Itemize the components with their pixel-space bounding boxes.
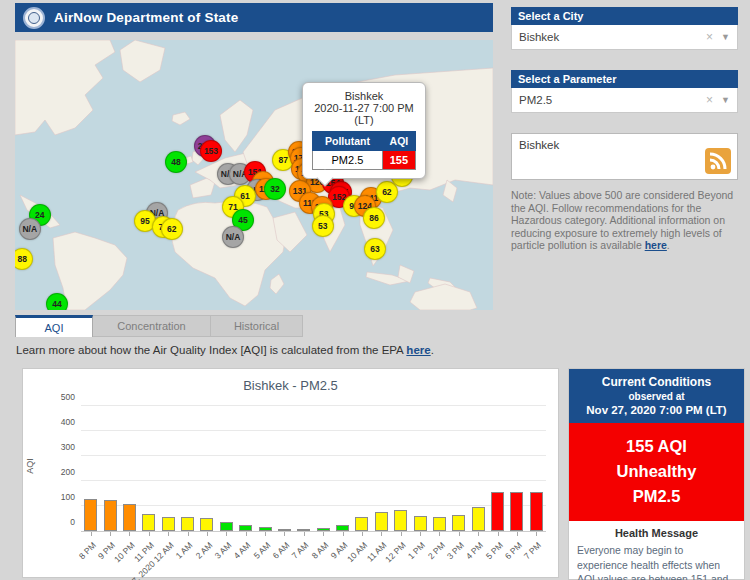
chart-bar[interactable] [123, 504, 136, 531]
conditions-aqi-value: 155 AQI [573, 434, 740, 459]
y-tick-label: 300 [61, 442, 75, 452]
x-tick [323, 532, 324, 536]
chart-bar[interactable] [452, 515, 465, 531]
x-tick [304, 532, 305, 536]
health-message-title: Health Message [577, 527, 736, 539]
chart-bar[interactable] [239, 525, 252, 531]
chart-bar[interactable] [414, 516, 427, 531]
tab-concentration[interactable]: Concentration [93, 315, 211, 337]
y-tick-label: 100 [61, 492, 75, 502]
chart-bar[interactable] [375, 512, 388, 531]
city-select[interactable]: Bishkek × ▼ [511, 25, 738, 50]
map-marker-aqi[interactable]: 32 [264, 178, 286, 200]
app-title: AirNow Department of State [54, 10, 238, 25]
chart-bar[interactable] [142, 514, 155, 531]
gridline [81, 405, 546, 406]
chart-bar[interactable] [472, 507, 485, 532]
health-message-text: Everyone may begin to experience health … [577, 544, 736, 580]
map-marker-aqi[interactable]: 63 [364, 238, 386, 260]
clear-icon[interactable]: × [706, 30, 713, 44]
chart-bar[interactable] [530, 492, 543, 531]
map-marker-aqi[interactable]: 44 [46, 293, 68, 310]
bars-container [81, 407, 546, 531]
y-tick-label: 400 [61, 417, 75, 427]
tooltip-col-aqi: AQI [382, 132, 415, 151]
conditions-title: Current Conditions [573, 375, 740, 389]
x-tick [381, 532, 382, 536]
chevron-down-icon[interactable]: ▼ [721, 32, 730, 42]
map-marker-na[interactable]: N/A [19, 218, 41, 240]
app-header: AirNow Department of State [15, 3, 493, 32]
note-here-link[interactable]: here [645, 239, 667, 251]
health-message: Health Message Everyone may begin to exp… [569, 521, 744, 580]
x-tick [284, 532, 285, 536]
city-select-value: Bishkek [519, 31, 706, 43]
chart-bar[interactable] [104, 500, 117, 531]
x-tick [401, 532, 402, 536]
chevron-down-icon[interactable]: ▼ [721, 95, 730, 105]
chart-bar[interactable] [317, 528, 330, 531]
tooltip-city: Bishkek [309, 90, 419, 102]
x-tick [129, 532, 130, 536]
map-marker-na[interactable]: N/A [222, 226, 244, 248]
x-tick [420, 532, 421, 536]
chart-bar[interactable] [510, 492, 523, 531]
tab-historical[interactable]: Historical [211, 315, 303, 337]
tooltip-datetime: 2020-11-27 7:00 PM [309, 102, 419, 114]
learn-more-before: Learn more about how the Air Quality Ind… [16, 344, 406, 356]
x-tick [110, 532, 111, 536]
x-tick [188, 532, 189, 536]
chart-title: Bishkek - PM2.5 [23, 378, 558, 393]
x-tick [478, 532, 479, 536]
y-tick-label: 200 [61, 467, 75, 477]
chart-bar[interactable] [278, 529, 291, 531]
learn-more-text: Learn more about how the Air Quality Ind… [16, 344, 434, 356]
chart-bar[interactable] [259, 527, 272, 531]
tooltip-aqi-value: 155 [382, 151, 415, 170]
note-text: Note: Values above 500 are considered Be… [511, 189, 733, 251]
chart-bar[interactable] [394, 510, 407, 531]
chart-bar[interactable] [220, 522, 233, 532]
x-tick [207, 532, 208, 536]
rss-icon[interactable] [705, 148, 731, 174]
view-tabs: AQI Concentration Historical [15, 315, 303, 337]
y-tick-label: 500 [61, 392, 75, 402]
parameter-select[interactable]: PM2.5 × ▼ [511, 88, 738, 113]
map-marker-aqi[interactable]: 86 [363, 207, 385, 229]
x-tick [226, 532, 227, 536]
parameter-select-value: PM2.5 [519, 94, 706, 106]
chart-bar[interactable] [162, 517, 175, 531]
x-tick [91, 532, 92, 536]
chart-plot-area: 01002003004005008 PM9 PM10 PM11 PM27, 20… [81, 407, 546, 532]
x-tick [439, 532, 440, 536]
conditions-category: Unhealthy [573, 459, 740, 484]
conditions-datetime: Nov 27, 2020 7:00 PM (LT) [573, 404, 740, 416]
map-marker-aqi[interactable]: 48 [165, 151, 187, 173]
chart-bar[interactable] [84, 499, 97, 531]
map-marker-aqi[interactable]: 62 [161, 218, 183, 240]
x-tick [459, 532, 460, 536]
world-map[interactable]: 24N/A884448N/A957062271153N/AN/A15184N/A… [15, 40, 493, 310]
chart-bar[interactable] [297, 529, 310, 532]
x-tick [149, 532, 150, 536]
chart-bar[interactable] [181, 517, 194, 531]
map-marker-aqi[interactable]: 153 [200, 140, 222, 162]
learn-more-here-link[interactable]: here [406, 344, 430, 356]
y-tick-label: 0 [70, 517, 75, 527]
tooltip-timezone: (LT) [309, 114, 419, 126]
sidebar: Select a City Bishkek × ▼ Select a Param… [511, 0, 738, 252]
chart-bar[interactable] [433, 517, 446, 531]
feed-city-title: Bishkek [519, 139, 730, 151]
chart-bar[interactable] [336, 525, 349, 531]
x-tick [362, 532, 363, 536]
map-marker-aqi[interactable]: 53 [312, 215, 334, 237]
x-tick [168, 532, 169, 536]
tooltip-table: Pollutant AQI PM2.5 155 [312, 131, 416, 170]
chart-bar[interactable] [200, 518, 213, 531]
tooltip-pollutant-value: PM2.5 [313, 151, 383, 170]
chart-bar[interactable] [355, 517, 368, 531]
chart-bar[interactable] [491, 492, 504, 532]
tab-aqi[interactable]: AQI [15, 315, 93, 337]
map-tooltip: Bishkek 2020-11-27 7:00 PM (LT) Pollutan… [302, 82, 426, 179]
clear-icon[interactable]: × [706, 93, 713, 107]
